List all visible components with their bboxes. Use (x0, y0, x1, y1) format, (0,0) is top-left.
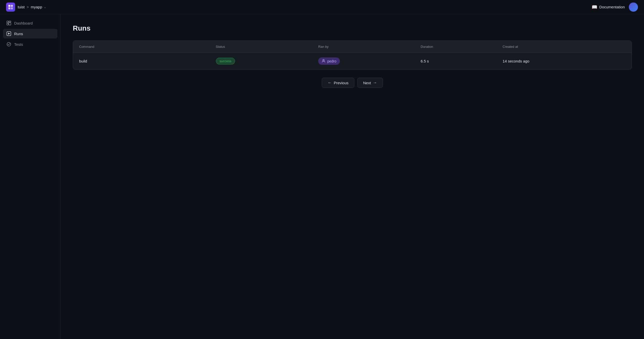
right-arrow-icon: → (373, 80, 377, 85)
next-label: Next (363, 81, 371, 85)
app-name-selector[interactable]: myapp ⌄ (31, 5, 46, 9)
cell-status: success (216, 58, 318, 65)
layout: Dashboard Runs Tests Runs (0, 14, 644, 339)
cell-duration: 6.5 s (421, 59, 502, 63)
svg-rect-3 (11, 7, 13, 9)
pagination: ← Previous Next → (73, 78, 632, 88)
sidebar-item-tests[interactable]: Tests (3, 39, 57, 49)
svg-rect-0 (8, 5, 10, 7)
previous-button[interactable]: ← Previous (322, 78, 354, 88)
left-arrow-icon: ← (328, 80, 332, 85)
logo[interactable] (6, 3, 15, 12)
previous-label: Previous (334, 81, 348, 85)
user-icon (322, 59, 325, 63)
svg-rect-6 (9, 21, 11, 22)
svg-rect-7 (9, 23, 11, 25)
svg-rect-5 (7, 23, 8, 25)
header-command: Command (79, 45, 216, 49)
docs-label: Documentation (599, 5, 625, 9)
page-title: Runs (73, 24, 632, 32)
runs-icon (7, 31, 11, 36)
svg-rect-4 (7, 21, 8, 23)
cell-command: build (79, 59, 216, 63)
status-badge: success (216, 58, 235, 65)
breadcrumb: tuist > myapp ⌄ (18, 5, 46, 9)
dashboard-icon (7, 21, 11, 25)
app-name-label: myapp (31, 5, 42, 9)
header-left: tuist > myapp ⌄ (6, 3, 46, 12)
header-right: 📖 Documentation (592, 3, 638, 12)
chevron-down-icon: ⌄ (44, 5, 46, 9)
sidebar-item-dashboard[interactable]: Dashboard (3, 18, 57, 28)
avatar-image (629, 3, 638, 12)
book-icon: 📖 (592, 4, 597, 10)
header-ran-by: Ran by (318, 45, 421, 49)
header-duration: Duration (421, 45, 502, 49)
cell-ran-by: pedro (318, 57, 421, 65)
breadcrumb-separator: > (27, 5, 29, 9)
sidebar-item-label: Dashboard (14, 21, 33, 25)
user-name: pedro (327, 59, 336, 63)
runs-table: Command Status Ran by Duration Created a… (73, 40, 632, 70)
user-badge: pedro (318, 57, 340, 65)
org-name[interactable]: tuist (18, 5, 25, 9)
svg-rect-1 (11, 5, 13, 7)
sidebar-item-label: Runs (14, 32, 23, 36)
header-status: Status (216, 45, 318, 49)
header-created-at: Created at (503, 45, 626, 49)
svg-rect-2 (8, 7, 10, 9)
tests-icon (7, 42, 11, 47)
sidebar: Dashboard Runs Tests (0, 14, 61, 339)
user-avatar[interactable] (629, 3, 638, 12)
svg-marker-9 (8, 33, 10, 35)
table-row[interactable]: build success pedro 6. (73, 53, 632, 69)
main-content: Runs Command Status Ran by Duration Crea… (61, 14, 644, 339)
documentation-link[interactable]: 📖 Documentation (592, 4, 625, 10)
table-header: Command Status Ran by Duration Created a… (73, 41, 632, 53)
cell-created-at: 14 seconds ago (503, 59, 626, 63)
sidebar-item-runs[interactable]: Runs (3, 29, 57, 38)
sidebar-item-label: Tests (14, 42, 23, 47)
next-button[interactable]: Next → (357, 78, 383, 88)
header: tuist > myapp ⌄ 📖 Documentation (0, 0, 644, 14)
svg-point-11 (323, 59, 324, 61)
